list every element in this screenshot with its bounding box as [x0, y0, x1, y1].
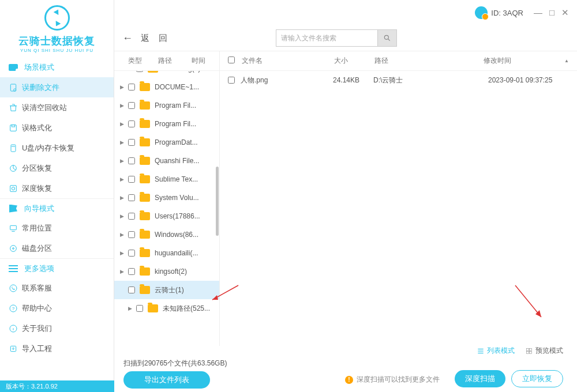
tree-scrollbar-thumb[interactable]: [216, 167, 219, 236]
expand-icon[interactable]: ▶: [120, 213, 126, 219]
expand-icon[interactable]: ▶: [120, 84, 126, 90]
nav-recycle-bin[interactable]: 误清空回收站: [0, 97, 114, 118]
nav-contact[interactable]: 联系客服: [0, 278, 114, 298]
col-time[interactable]: 修改时间: [484, 56, 564, 66]
tree-row[interactable]: ▶huguandaili(...: [114, 244, 219, 262]
tree-checkbox[interactable]: [128, 139, 135, 146]
tree-checkbox[interactable]: [128, 84, 135, 91]
tree-checkbox[interactable]: [136, 71, 143, 72]
tree-row[interactable]: ▶未知路径(525...: [114, 299, 219, 318]
tree-checkbox[interactable]: [136, 305, 143, 312]
tree-row[interactable]: ▶云骑士(1): [114, 281, 219, 299]
nav-usb[interactable]: U盘/内存卡恢复: [0, 138, 114, 158]
tree-row[interactable]: ▶Users(17886...: [114, 207, 219, 225]
tree-col-time[interactable]: 时间: [192, 56, 205, 66]
expand-icon[interactable]: ▶: [120, 232, 126, 238]
main-area: ID: 3AQR — □ ✕ ← 返 回 类型 路径 时间 ▶ClientLog…: [114, 0, 577, 392]
folder-icon: [140, 83, 150, 91]
tree-checkbox[interactable]: [128, 176, 135, 183]
file-time: 2023-09-01 09:37:25: [488, 76, 569, 84]
nav-format[interactable]: 误格式化: [0, 118, 114, 138]
tree-row[interactable]: ▶Windows(86...: [114, 225, 219, 244]
tree-col-type[interactable]: 类型: [128, 56, 158, 66]
maximize-button[interactable]: □: [549, 7, 554, 18]
tree-checkbox[interactable]: [128, 102, 135, 109]
section-wizard-mode: 向导模式: [0, 198, 114, 218]
search-input[interactable]: [276, 29, 377, 47]
search-icon: [383, 34, 391, 42]
tree-row[interactable]: ▶Quanshi File...: [114, 152, 219, 170]
close-button[interactable]: ✕: [561, 7, 569, 18]
tree-body[interactable]: ▶ClientLog(1)▶DOCUME~1...▶Program Fil...…: [114, 71, 219, 346]
recover-button[interactable]: 立即恢复: [511, 370, 563, 387]
tree-row[interactable]: ▶Program Fil...: [114, 115, 219, 133]
expand-icon[interactable]: ▶: [120, 269, 126, 274]
monitor-icon: [8, 223, 18, 233]
expand-icon[interactable]: ▶: [120, 176, 126, 182]
nav-common-location[interactable]: 常用位置: [0, 218, 114, 238]
back-button[interactable]: ← 返 回: [122, 32, 171, 44]
section-more-options: 更多选项: [0, 258, 114, 278]
view-mode-preview[interactable]: 预览模式: [525, 346, 563, 356]
select-all-checkbox[interactable]: [228, 56, 235, 63]
svg-rect-28: [530, 348, 532, 350]
toolbar: ← 返 回: [114, 25, 577, 51]
nav-deep[interactable]: 深度恢复: [0, 178, 114, 198]
deep-scan-button[interactable]: 深度扫描: [455, 370, 505, 387]
tree-checkbox[interactable]: [128, 120, 135, 127]
tree-col-path[interactable]: 路径: [158, 56, 192, 66]
trash-icon: [8, 103, 18, 113]
tree-checkbox[interactable]: [128, 250, 135, 257]
svg-rect-30: [530, 351, 532, 353]
tree-row[interactable]: ▶Sublime Tex...: [114, 170, 219, 189]
tree-row[interactable]: ▶kingsoft(2): [114, 262, 219, 281]
expand-icon[interactable]: ▶: [120, 121, 126, 127]
menu-icon: [8, 263, 18, 274]
tree-row[interactable]: ▶ClientLog(1): [114, 71, 219, 78]
nav-partition[interactable]: 分区恢复: [0, 158, 114, 178]
expand-icon[interactable]: ▶: [120, 250, 126, 256]
file-checkbox[interactable]: [228, 77, 235, 84]
expand-icon[interactable]: ▶: [120, 103, 126, 108]
nav-import[interactable]: 导入工程: [0, 338, 114, 359]
search-button[interactable]: [377, 29, 397, 47]
sort-asc-icon[interactable]: ▲: [564, 58, 569, 63]
app-logo: 云骑士数据恢复 YUN QI SHI SHU JU HUI FU: [0, 0, 114, 58]
logo-icon: [44, 5, 70, 31]
tree-checkbox[interactable]: [128, 157, 135, 164]
tree-row[interactable]: ▶ProgramDat...: [114, 133, 219, 152]
tree-checkbox[interactable]: [128, 231, 135, 238]
tree-checkbox[interactable]: [128, 268, 135, 275]
expand-icon[interactable]: ▶: [120, 158, 126, 164]
minimize-button[interactable]: —: [534, 7, 542, 18]
tree-row[interactable]: ▶System Volu...: [114, 189, 219, 207]
expand-icon[interactable]: ▶: [120, 195, 126, 201]
nav-help[interactable]: ?帮助中心: [0, 298, 114, 318]
tree-checkbox[interactable]: [128, 213, 135, 220]
tree-label: Program Fil...: [155, 120, 196, 128]
tree-row[interactable]: ▶DOCUME~1...: [114, 78, 219, 96]
user-avatar-icon[interactable]: [475, 6, 488, 19]
view-mode-list[interactable]: 列表模式: [477, 346, 515, 356]
tree-label: System Volu...: [155, 194, 199, 202]
col-size[interactable]: 大小: [334, 56, 374, 66]
file-row[interactable]: 人物.png24.14KBD:\云骑士2023-09-01 09:37:25: [220, 71, 577, 89]
tree-row[interactable]: ▶Program Fil...: [114, 96, 219, 115]
nav-disk-partition[interactable]: 磁盘分区: [0, 238, 114, 258]
tree-checkbox[interactable]: [128, 287, 135, 293]
folder-icon: [140, 231, 150, 239]
col-path[interactable]: 路径: [374, 56, 484, 66]
nav-deleted-files[interactable]: 误删除文件: [0, 77, 114, 97]
tree-checkbox[interactable]: [128, 194, 135, 201]
list-icon: [477, 347, 485, 355]
folder-icon: [140, 157, 150, 165]
nav-about[interactable]: 关于我们: [0, 318, 114, 338]
svg-point-14: [13, 247, 14, 249]
flag-icon: [8, 203, 18, 214]
file-delete-icon: [8, 82, 18, 93]
tree-label: Sublime Tex...: [155, 175, 198, 183]
export-list-button[interactable]: 导出文件列表: [123, 371, 210, 389]
expand-icon[interactable]: ▶: [128, 306, 134, 311]
expand-icon[interactable]: ▶: [120, 140, 126, 145]
col-filename[interactable]: 文件名: [242, 56, 334, 66]
